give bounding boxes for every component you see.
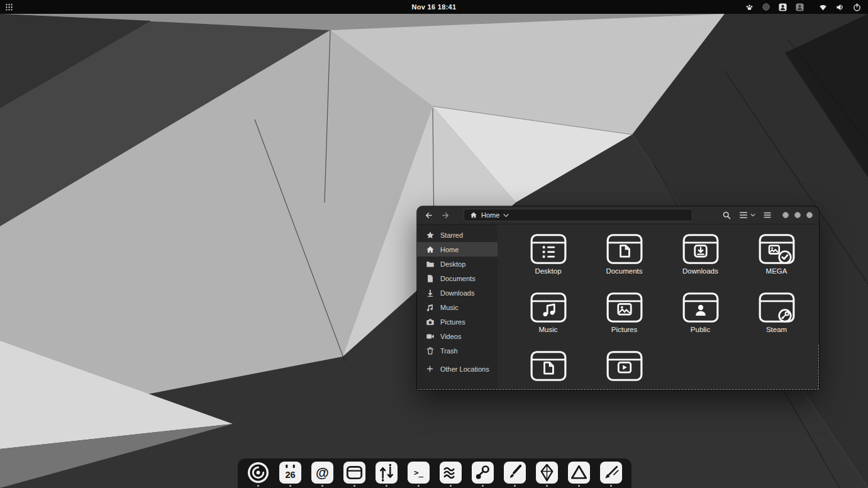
folder-item-pictures[interactable]: Pictures — [589, 292, 660, 350]
dock-item-draw[interactable] — [600, 462, 622, 487]
running-indicator — [514, 485, 516, 487]
menu-icon[interactable] — [763, 211, 772, 219]
dock-item-paint[interactable] — [504, 462, 526, 487]
up-down-arrows-icon — [376, 462, 398, 484]
paw-icon[interactable] — [745, 2, 754, 12]
folder-item-music[interactable]: Music — [513, 292, 584, 350]
back-arrow-icon[interactable] — [422, 209, 435, 221]
dock-item-steam[interactable] — [472, 462, 494, 487]
user-badge-dim-icon[interactable] — [795, 2, 804, 12]
folder-item-row3-2[interactable] — [589, 350, 660, 390]
folder-item-downloads[interactable]: Downloads — [665, 233, 736, 292]
folder-label: Pictures — [611, 326, 638, 334]
svg-text:@: @ — [316, 465, 329, 480]
folder-item-public[interactable]: Public — [665, 292, 736, 350]
power-icon[interactable] — [852, 2, 862, 12]
chevron-down-icon[interactable] — [503, 213, 509, 218]
folder-icon-video — [606, 350, 643, 382]
sidebar-item-starred[interactable]: Starred — [417, 228, 498, 242]
triangle-icon — [568, 462, 590, 484]
steam-icon — [472, 462, 494, 484]
selection-dash-right — [818, 345, 819, 390]
dock-item-triangle[interactable] — [568, 462, 590, 487]
sidebar-item-other-locations[interactable]: Other Locations — [417, 362, 498, 376]
forward-arrow-icon[interactable] — [439, 209, 452, 221]
status-circle-icon[interactable] — [762, 2, 771, 12]
at-sign-icon: @ — [311, 462, 333, 484]
running-indicator — [482, 485, 484, 487]
waves-icon — [440, 462, 462, 484]
folder-label: Public — [691, 326, 710, 334]
dock-item-files[interactable] — [343, 462, 365, 487]
arrow-draw-icon — [600, 462, 622, 484]
folder-item-documents[interactable]: Documents — [589, 233, 660, 292]
sidebar-item-videos[interactable]: Videos — [417, 329, 498, 343]
svg-text:26: 26 — [285, 470, 295, 480]
chevron-down-icon — [750, 213, 755, 217]
calendar-icon: 26 — [279, 462, 301, 484]
folder-icon-mega — [758, 233, 796, 265]
sidebar-item-downloads[interactable]: Downloads — [417, 286, 498, 300]
sidebar-item-trash[interactable]: Trash — [417, 343, 498, 358]
folder-icon — [343, 462, 365, 484]
path-bar[interactable]: Home — [464, 209, 693, 221]
star-icon — [425, 230, 435, 240]
running-indicator — [450, 485, 452, 487]
running-indicator — [418, 485, 420, 487]
brush-icon — [504, 462, 526, 484]
dock-item-transfers[interactable] — [376, 462, 398, 487]
folder-view: Desktop Documents — [498, 225, 819, 390]
sidebar: Starred Home Desktop — [417, 225, 498, 390]
minimize-button[interactable] — [782, 212, 789, 218]
video-camera-icon — [425, 331, 435, 341]
window-controls — [782, 212, 813, 218]
wifi-icon[interactable] — [818, 2, 828, 12]
close-button[interactable] — [806, 212, 813, 218]
diamond-icon — [536, 462, 558, 484]
sidebar-item-music[interactable]: Music — [417, 300, 498, 314]
running-indicator — [289, 485, 291, 487]
sidebar-item-documents[interactable]: Documents — [417, 271, 498, 286]
home-icon — [470, 211, 477, 219]
list-view-icon — [739, 211, 748, 219]
header-bar: Home — [417, 206, 819, 225]
folder-icon — [425, 259, 435, 269]
folder-label: Desktop — [535, 267, 561, 275]
sidebar-item-pictures[interactable]: Pictures — [417, 314, 498, 329]
dock-item-terminal[interactable]: >_ — [408, 462, 430, 487]
plus-icon — [425, 364, 435, 374]
volume-icon[interactable] — [835, 2, 845, 12]
folder-icon-music — [530, 292, 567, 323]
search-icon[interactable] — [722, 211, 732, 220]
sidebar-item-home[interactable]: Home — [417, 242, 498, 257]
dock: 26 @ — [238, 458, 632, 488]
music-note-icon — [425, 302, 435, 312]
running-indicator — [546, 485, 548, 487]
trash-icon — [425, 346, 435, 355]
sidebar-item-desktop[interactable]: Desktop — [417, 257, 498, 271]
folder-label: MEGA — [766, 267, 787, 275]
folder-item-mega[interactable]: MEGA — [742, 233, 812, 292]
dock-item-calendar[interactable]: 26 — [279, 462, 301, 487]
folder-icon-public — [682, 292, 720, 323]
folder-icon-document — [530, 350, 567, 382]
running-indicator — [257, 485, 259, 487]
dock-item-waves[interactable] — [440, 462, 462, 487]
folder-item-desktop[interactable]: Desktop — [513, 233, 584, 292]
view-toggle-button[interactable] — [739, 211, 755, 219]
folder-item-row3-1[interactable] — [513, 350, 584, 390]
path-location-label: Home — [481, 211, 499, 219]
dock-item-diamond[interactable] — [536, 462, 558, 487]
folder-label: Documents — [606, 267, 642, 275]
folder-item-steam[interactable]: Steam — [742, 292, 812, 350]
user-badge-icon[interactable] — [778, 2, 787, 12]
clock[interactable]: Nov 16 18:41 — [0, 3, 868, 11]
folder-icon-downloads — [682, 233, 720, 265]
maximize-button[interactable] — [794, 212, 801, 218]
running-indicator — [610, 485, 612, 487]
document-icon — [425, 274, 435, 283]
folder-label: Steam — [766, 326, 787, 334]
home-icon — [425, 245, 435, 254]
dock-item-browser[interactable] — [247, 462, 269, 487]
dock-item-mail[interactable]: @ — [311, 462, 333, 487]
